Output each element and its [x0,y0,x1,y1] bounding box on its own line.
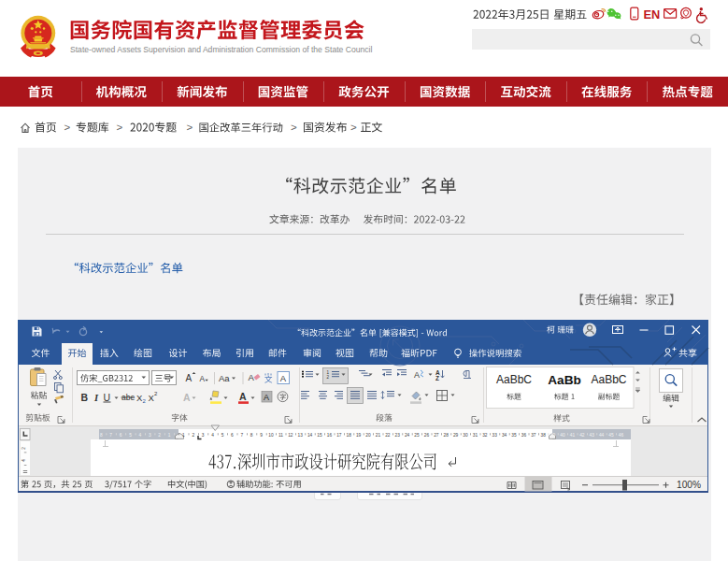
svg-text:18: 18 [347,433,352,438]
svg-text:44: 44 [599,433,605,438]
svg-text:State-owned Assets Supervision: State-owned Assets Supervision and Admin… [70,45,372,54]
svg-text:45: 45 [608,433,614,438]
svg-text:1: 1 [168,433,171,438]
svg-text:A: A [414,370,420,380]
svg-text:>: > [187,122,193,133]
svg-text:7: 7 [109,433,112,438]
svg-text:12: 12 [288,433,293,438]
svg-text:28: 28 [444,433,450,438]
svg-text:20: 20 [365,433,371,438]
svg-text:38: 38 [541,433,547,438]
svg-text:33: 33 [492,433,498,438]
svg-text:37: 37 [531,433,536,438]
svg-text:24: 24 [405,433,410,438]
svg-text:31: 31 [473,433,478,438]
svg-text:21: 21 [376,433,381,438]
svg-text:EN: EN [644,7,661,22]
svg-text:4: 4 [21,459,26,462]
svg-text:A: A [280,373,287,383]
svg-text:34: 34 [502,433,507,438]
svg-text:29: 29 [453,433,459,438]
svg-text:4: 4 [139,433,142,438]
svg-text:B: B [81,392,89,403]
svg-text:A: A [186,373,193,383]
svg-text:15: 15 [317,433,322,438]
svg-text:23: 23 [395,433,401,438]
svg-text:Z: Z [435,375,439,381]
svg-text:46: 46 [619,433,624,438]
svg-text:2: 2 [21,447,26,450]
svg-text:A: A [183,392,191,403]
svg-text:A: A [264,393,269,402]
svg-text:2: 2 [158,433,161,438]
svg-text:14: 14 [307,433,313,438]
svg-text:5: 5 [221,433,224,438]
svg-text:41: 41 [570,433,576,438]
svg-text:30: 30 [463,433,468,438]
svg-text:2: 2 [154,391,158,396]
svg-text:39: 39 [550,433,556,438]
svg-text:2: 2 [143,398,147,404]
svg-text:35: 35 [511,433,517,438]
svg-text:40: 40 [560,433,565,438]
svg-text:8: 8 [250,433,253,438]
svg-text:1: 1 [182,433,185,438]
svg-text:11: 11 [278,433,283,438]
svg-text:>: > [117,122,123,133]
svg-text:43: 43 [590,433,595,438]
svg-text:3: 3 [149,433,151,438]
svg-text:42: 42 [579,433,585,438]
svg-text:>: > [350,122,357,133]
svg-text:32: 32 [482,433,488,438]
svg-text:6: 6 [120,433,122,438]
svg-text:4: 4 [211,433,214,438]
svg-text:9: 9 [260,433,263,438]
svg-text:5: 5 [129,433,132,438]
svg-text:16: 16 [327,433,333,438]
svg-text:22: 22 [385,433,391,438]
svg-text:AaBb: AaBb [548,373,581,387]
svg-text:3: 3 [202,433,205,438]
svg-text:100%: 100% [677,480,701,490]
svg-text:7: 7 [240,433,243,438]
svg-text:U: U [104,392,111,403]
svg-text:10: 10 [268,433,274,438]
svg-text:25: 25 [414,433,420,438]
svg-text:I: I [93,393,99,403]
svg-text:A: A [249,372,255,382]
svg-text:8: 8 [100,433,103,438]
svg-text:AaBbC: AaBbC [496,373,532,386]
svg-text:Aa: Aa [219,373,230,383]
svg-text:6: 6 [231,433,234,438]
svg-text:13: 13 [298,433,304,438]
svg-text:36: 36 [521,433,527,438]
svg-text:19: 19 [356,433,362,438]
svg-text:>: > [64,122,71,133]
svg-text:>: > [291,122,297,133]
svg-text:AaBbC: AaBbC [591,373,626,386]
svg-text:26: 26 [424,433,430,438]
svg-text:A: A [200,374,206,383]
svg-text:17: 17 [336,433,342,438]
svg-text:27: 27 [434,433,439,438]
svg-text:2: 2 [192,433,194,438]
svg-text:A: A [239,391,247,402]
